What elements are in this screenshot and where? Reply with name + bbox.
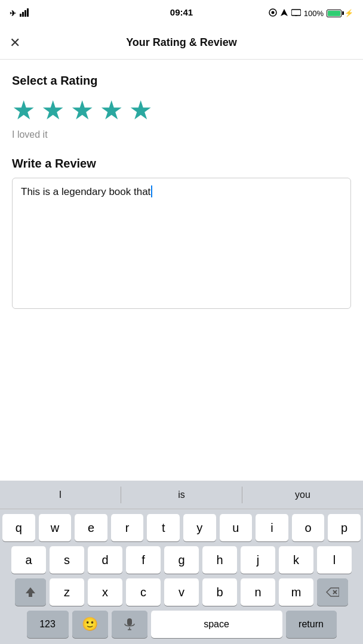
key-return[interactable]: return: [286, 611, 337, 638]
keyboard-rows: q w e r t y u i o p a s d f g h j k l: [0, 509, 363, 644]
svg-rect-12: [127, 618, 132, 626]
keyboard-area: I is you q w e r t y u i o p a s d f g h…: [0, 481, 363, 644]
key-emoji[interactable]: 🙂: [72, 611, 108, 638]
svg-rect-8: [295, 16, 297, 16]
key-a[interactable]: a: [11, 546, 46, 574]
backspace-key[interactable]: [317, 578, 348, 606]
status-right: 100% ⚡: [269, 8, 353, 18]
key-c[interactable]: c: [126, 578, 161, 606]
location-icon: [269, 8, 277, 18]
header: ✕ Your Rating & Review: [0, 26, 363, 60]
key-h[interactable]: h: [202, 546, 237, 574]
key-b[interactable]: b: [202, 578, 237, 606]
predictive-bar: I is you: [0, 481, 363, 509]
svg-rect-2: [24, 10, 26, 17]
direction-icon: [280, 8, 288, 18]
status-bar: ✈ 09:41 100: [0, 0, 363, 26]
key-row-bottom: 123 🙂 space return: [2, 611, 361, 638]
star-5[interactable]: ★: [129, 97, 152, 123]
review-text-content: This is a legendary book that: [21, 186, 150, 197]
svg-rect-3: [27, 8, 29, 17]
rating-label: I loved it: [12, 129, 351, 140]
key-k[interactable]: k: [279, 546, 313, 574]
key-row-1: q w e r t y u i o p: [2, 514, 361, 541]
key-z[interactable]: z: [50, 578, 84, 606]
key-m[interactable]: m: [279, 578, 313, 606]
key-mic[interactable]: [112, 611, 147, 638]
key-r[interactable]: r: [111, 514, 144, 541]
svg-rect-0: [20, 14, 21, 17]
header-title: Your Rating & Review: [126, 36, 237, 49]
charging-icon: ⚡: [344, 9, 353, 17]
key-w[interactable]: w: [39, 514, 72, 541]
key-p[interactable]: p: [328, 514, 361, 541]
review-section-title: Write a Review: [12, 157, 351, 171]
key-d[interactable]: d: [88, 546, 122, 574]
svg-marker-6: [281, 9, 288, 16]
star-3[interactable]: ★: [70, 97, 94, 123]
star-4[interactable]: ★: [100, 97, 123, 123]
battery-icon: [327, 10, 342, 17]
rating-section-title: Select a Rating: [12, 74, 351, 88]
key-row-3: z x c v b n m: [2, 578, 361, 606]
key-q[interactable]: q: [2, 514, 35, 541]
close-button[interactable]: ✕: [10, 36, 20, 49]
predictive-1[interactable]: I: [0, 484, 121, 506]
status-time: 09:41: [170, 7, 193, 17]
key-g[interactable]: g: [164, 546, 199, 574]
key-o[interactable]: o: [292, 514, 325, 541]
key-row-2: a s d f g h j k l: [2, 546, 361, 574]
key-n[interactable]: n: [241, 578, 275, 606]
battery-percent: 100%: [304, 9, 324, 18]
svg-point-5: [271, 11, 274, 14]
shift-key[interactable]: [15, 578, 46, 606]
key-e[interactable]: e: [75, 514, 107, 541]
predictive-2[interactable]: is: [121, 484, 242, 506]
key-u[interactable]: u: [220, 514, 253, 541]
key-t[interactable]: t: [147, 514, 180, 541]
svg-marker-9: [26, 587, 35, 597]
star-1[interactable]: ★: [12, 97, 35, 123]
review-text-box[interactable]: This is a legendary book that: [12, 178, 351, 309]
key-space[interactable]: space: [151, 611, 282, 638]
main-content: Select a Rating ★ ★ ★ ★ ★ I loved it Wri…: [0, 60, 363, 318]
text-cursor: [151, 185, 152, 197]
key-y[interactable]: y: [183, 514, 216, 541]
key-x[interactable]: x: [88, 578, 122, 606]
signal-bars: [20, 8, 30, 18]
key-f[interactable]: f: [126, 546, 161, 574]
star-2[interactable]: ★: [41, 97, 64, 123]
predictive-3[interactable]: you: [242, 484, 363, 506]
key-s[interactable]: s: [50, 546, 84, 574]
airplane-icon: ✈: [10, 9, 16, 18]
screen-icon: [291, 9, 301, 18]
key-i[interactable]: i: [256, 514, 288, 541]
key-v[interactable]: v: [164, 578, 199, 606]
key-l[interactable]: l: [317, 546, 352, 574]
stars-row[interactable]: ★ ★ ★ ★ ★: [12, 97, 351, 123]
svg-rect-1: [22, 12, 24, 17]
key-123[interactable]: 123: [27, 611, 69, 638]
svg-rect-7: [291, 10, 301, 16]
key-j[interactable]: j: [241, 546, 275, 574]
status-left: ✈: [10, 8, 30, 18]
